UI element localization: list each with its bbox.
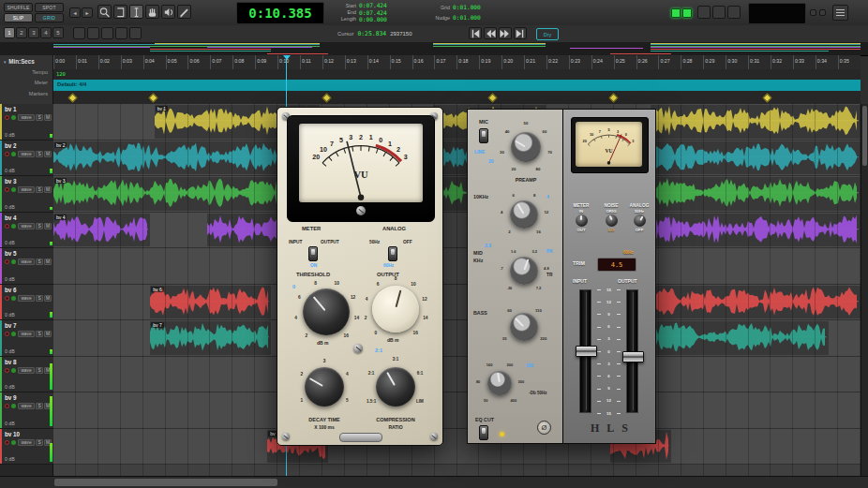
marker-icon[interactable] — [149, 94, 158, 103]
ruler-item-meter[interactable]: Meter — [35, 80, 48, 85]
selection-value[interactable]: 0:07.424 — [359, 2, 387, 8]
main-counter[interactable]: 0:10.385 — [236, 2, 324, 24]
zoom-preset-3[interactable]: 3 — [28, 27, 39, 38]
clip[interactable]: bv 4 — [53, 214, 150, 247]
track-header-bv-2[interactable]: bv 2waveSM0 dB — [0, 140, 53, 177]
wave-view-selector[interactable]: wave — [18, 259, 35, 265]
nudge-value[interactable]: 0:01.000 — [453, 14, 481, 21]
track-volume[interactable]: 0 dB — [5, 132, 15, 138]
mode-button-shuffle[interactable]: SHUFFLE — [4, 3, 33, 12]
marker-icon[interactable] — [762, 94, 771, 103]
record-enable-button[interactable] — [5, 404, 9, 408]
input-monitor-button[interactable] — [11, 259, 16, 264]
hls-meter-knob[interactable] — [576, 214, 588, 227]
clip[interactable] — [651, 105, 861, 139]
band1-knob[interactable]: 24681216 — [498, 188, 550, 241]
track-name[interactable]: bv 3 — [5, 178, 17, 185]
track-lane-bv-4[interactable]: bv 4 — [53, 213, 861, 249]
wave-view-selector[interactable]: wave — [18, 114, 35, 121]
mode-button-grid[interactable]: GRID — [35, 13, 64, 22]
record-enable-button[interactable] — [5, 332, 9, 336]
track-volume[interactable]: 0 dB — [5, 348, 15, 354]
input-monitor-button[interactable] — [11, 332, 16, 336]
solo-button[interactable]: S — [36, 186, 43, 193]
track-volume[interactable]: 0 dB — [5, 168, 15, 173]
metronome-button[interactable] — [697, 6, 711, 19]
track-header-bv-9[interactable]: bv 9waveSM0 dB — [0, 392, 53, 429]
track-lane-bv-1[interactable]: bv 1 — [53, 104, 861, 140]
track-volume[interactable]: 0 dB — [5, 240, 15, 245]
vertical-scrollbar[interactable] — [861, 104, 868, 476]
mid-knob[interactable]: .36.71.63.24.87.2 — [498, 244, 550, 297]
ruler-item-markers[interactable]: Markers — [29, 91, 48, 96]
markers-ruler-lane[interactable] — [53, 91, 861, 105]
hpf-knob[interactable]: 5080160200300400 — [474, 358, 525, 408]
track-lane-bv-2[interactable]: bv 2 — [53, 140, 861, 177]
universe-overview-strip[interactable] — [0, 42, 868, 56]
track-name[interactable]: bv 2 — [5, 142, 17, 149]
preamp-knob[interactable]: 20304050607080 — [498, 119, 554, 175]
track-lane-bv-10[interactable]: bv 10bv 10 — [53, 429, 861, 466]
wave-view-selector[interactable]: wave — [18, 223, 35, 229]
selector-tool-button[interactable] — [129, 5, 143, 19]
track-lane-bv-6[interactable]: bv 6 — [53, 285, 861, 321]
toolbar-icon-button[interactable] — [87, 27, 99, 39]
marker-icon[interactable] — [68, 94, 78, 103]
count-off-button[interactable] — [712, 6, 726, 19]
zoom-preset-2[interactable]: 2 — [16, 27, 27, 38]
grid-value[interactable]: 0:01.000 — [453, 4, 481, 10]
trim-value-display[interactable]: 4.5 — [597, 258, 636, 272]
disclosure-icon[interactable]: ▼ — [3, 60, 7, 65]
track-header-bv-4[interactable]: bv 4waveSM0 dB — [0, 213, 53, 249]
ruler-item-tempo[interactable]: Tempo — [32, 69, 48, 75]
mute-button[interactable]: M — [44, 295, 52, 302]
track-volume[interactable]: 0 dB — [5, 421, 15, 426]
wave-view-selector[interactable]: wave — [18, 403, 35, 409]
track-volume[interactable]: 0 dB — [5, 276, 15, 282]
eq-cut-toggle[interactable] — [479, 425, 488, 440]
input-monitor-button[interactable] — [11, 115, 16, 120]
solo-button[interactable]: S — [36, 223, 43, 229]
solo-button[interactable]: S — [36, 331, 43, 337]
track-header-bv-8[interactable]: bv 8waveSM0 dB — [0, 357, 53, 393]
toolbar-icon-button[interactable] — [73, 27, 85, 39]
vertical-scrollbar-thumb[interactable] — [862, 106, 867, 166]
edit-arrange-area[interactable]: bv 1bv 2bv 3bv 4bv 5bv 6bv 7bv 10bv 10 — [53, 104, 861, 476]
wave-view-selector[interactable]: wave — [18, 295, 35, 302]
toolbar-icon-button[interactable] — [115, 27, 127, 39]
input-monitor-button[interactable] — [11, 296, 16, 301]
zoom-out-arrow-button[interactable]: ◄ — [69, 7, 81, 18]
clip[interactable] — [651, 177, 861, 211]
clip[interactable] — [651, 286, 861, 319]
output-knob[interactable]: 0246810121416 — [360, 274, 431, 345]
rewind-button[interactable] — [484, 27, 497, 39]
record-enable-button[interactable] — [5, 296, 9, 301]
track-header-bv-10[interactable]: bv 10waveSM0 dB — [0, 429, 53, 466]
scrubber-tool-button[interactable] — [161, 5, 175, 19]
output-fader[interactable] — [622, 351, 644, 362]
ruler-title[interactable]: ▼ Min:Secs — [3, 58, 35, 65]
mute-button[interactable]: M — [44, 331, 52, 337]
mode-button-slip[interactable]: SLIP — [4, 13, 33, 22]
mini-button-2[interactable] — [819, 9, 826, 16]
clip[interactable] — [651, 141, 861, 175]
input-monitor-button[interactable] — [11, 440, 16, 445]
grabber-tool-button[interactable] — [145, 5, 159, 19]
go-to-start-button[interactable] — [469, 27, 482, 39]
record-enable-button[interactable] — [5, 187, 9, 192]
toolbar-menu-icon[interactable] — [832, 5, 848, 21]
wave-view-selector[interactable]: wave — [18, 367, 35, 374]
record-enable-button[interactable] — [5, 259, 9, 264]
clip[interactable]: bv 6 — [150, 286, 271, 319]
analog-hum-toggle[interactable] — [388, 246, 397, 261]
solo-button[interactable]: S — [36, 151, 43, 157]
mic-line-toggle[interactable] — [479, 128, 488, 143]
track-lane-bv-8[interactable] — [53, 357, 861, 393]
zoom-preset-4[interactable]: 4 — [40, 27, 52, 38]
track-header-bv-1[interactable]: bv 1waveSM0 dB — [0, 104, 53, 140]
horizontal-scrollbar-thumb[interactable] — [54, 479, 277, 486]
zoom-tool-button[interactable] — [97, 5, 112, 19]
track-header-bv-7[interactable]: bv 7waveSM0 dB — [0, 320, 53, 357]
track-name[interactable]: bv 4 — [5, 214, 17, 221]
track-name[interactable]: bv 6 — [5, 287, 17, 293]
